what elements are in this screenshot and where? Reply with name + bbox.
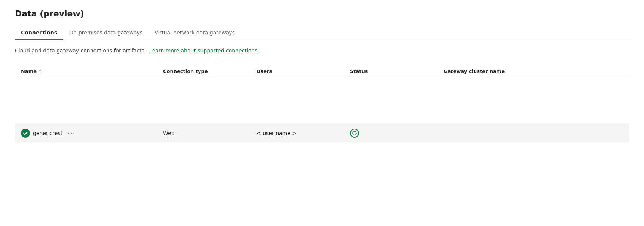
- row-cell-name: genericrest ···: [21, 128, 163, 138]
- column-header-name: Name ↑: [21, 68, 163, 74]
- column-header-gateway-cluster: Gateway cluster name: [444, 68, 623, 74]
- empty-row-2: [15, 101, 629, 124]
- table-row: genericrest ··· Web < user name >: [15, 124, 629, 142]
- status-refresh-icon[interactable]: [350, 129, 359, 138]
- tab-connections[interactable]: Connections: [15, 26, 63, 40]
- connection-name-label: genericrest: [33, 130, 62, 136]
- learn-more-link[interactable]: Learn more about supported connections.: [149, 48, 259, 54]
- page-container: Data (preview) Connections On-premises d…: [0, 0, 644, 226]
- column-header-users: Users: [257, 68, 350, 74]
- row-cell-users: < user name >: [257, 130, 350, 136]
- tab-on-premises[interactable]: On-premises data gateways: [63, 26, 148, 40]
- row-cell-connection-type: Web: [163, 130, 257, 136]
- tab-virtual-network[interactable]: Virtual network data gateways: [148, 26, 241, 40]
- row-cell-status: [350, 129, 444, 138]
- empty-row-1: [15, 79, 629, 101]
- sort-arrow-name: ↑: [38, 69, 42, 74]
- connections-table: Name ↑ Connection type Users Status Gate…: [15, 65, 629, 142]
- column-header-connection-type: Connection type: [163, 68, 257, 74]
- row-more-options-button[interactable]: ···: [65, 128, 77, 138]
- connection-status-check-icon: [21, 129, 30, 138]
- table-header: Name ↑ Connection type Users Status Gate…: [15, 65, 629, 77]
- table-body: genericrest ··· Web < user name >: [15, 79, 629, 142]
- tabs-container: Connections On-premises data gateways Vi…: [15, 26, 629, 40]
- page-title: Data (preview): [15, 9, 629, 18]
- column-header-status: Status: [350, 68, 444, 74]
- description-text: Cloud and data gateway connections for a…: [15, 46, 629, 55]
